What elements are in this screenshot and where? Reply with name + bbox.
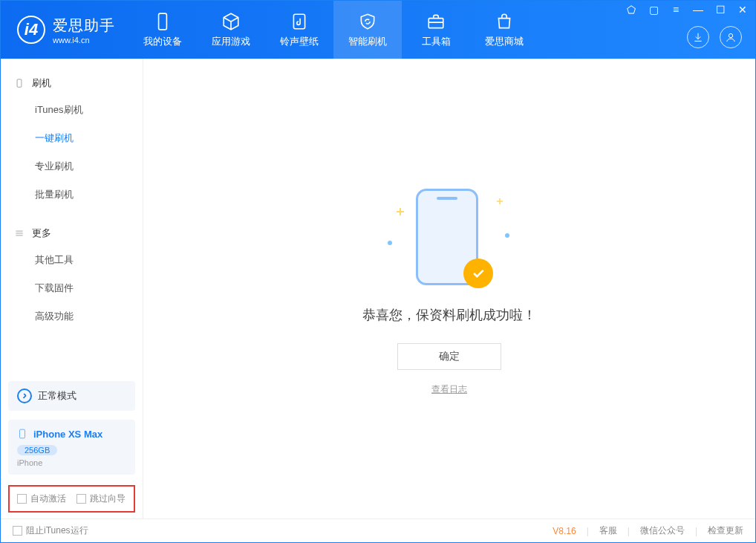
device-info-card[interactable]: iPhone XS Max 256GB iPhone xyxy=(8,420,135,475)
mode-icon xyxy=(17,388,32,403)
success-check-icon xyxy=(463,259,493,288)
device-storage: 256GB xyxy=(17,445,57,455)
phone-small-icon xyxy=(17,427,27,440)
sidebar: 刷机 iTunes刷机 一键刷机 专业刷机 批量刷机 更多 其他工具 下载固件 … xyxy=(1,59,143,518)
header: i4 爱思助手 www.i4.cn 我的设备 应用游戏 铃声壁纸 智能刷机 工具… xyxy=(1,1,755,59)
user-button[interactable] xyxy=(720,26,742,48)
success-illustration xyxy=(401,181,498,293)
auto-activate-checkbox[interactable]: 自动激活 xyxy=(17,492,66,505)
svg-rect-0 xyxy=(159,13,167,30)
sidebar-group-flash: 刷机 iTunes刷机 一键刷机 专业刷机 批量刷机 xyxy=(1,59,143,209)
device-icon xyxy=(14,78,25,88)
app-logo: i4 爱思助手 www.i4.cn xyxy=(1,16,128,45)
sidebar-item-other[interactable]: 其他工具 xyxy=(1,246,143,274)
tab-apps[interactable]: 应用游戏 xyxy=(197,1,265,59)
note-icon[interactable]: ▢ xyxy=(647,4,660,16)
app-window: i4 爱思助手 www.i4.cn 我的设备 应用游戏 铃声壁纸 智能刷机 工具… xyxy=(0,0,756,543)
device-name: iPhone XS Max xyxy=(33,429,102,440)
skip-guide-checkbox[interactable]: 跳过向导 xyxy=(76,492,126,505)
sidebar-group-more: 更多 其他工具 下载固件 高级功能 xyxy=(1,209,143,331)
svg-rect-4 xyxy=(17,79,22,88)
tshirt-icon[interactable]: ⬠ xyxy=(625,4,638,16)
app-site: www.i4.cn xyxy=(53,36,115,45)
phone-icon xyxy=(152,11,173,32)
svg-rect-5 xyxy=(20,429,25,438)
download-button[interactable] xyxy=(687,26,709,48)
sidebar-head-more: 更多 xyxy=(1,221,143,246)
sidebar-item-batch[interactable]: 批量刷机 xyxy=(1,181,143,209)
list-icon xyxy=(14,228,25,238)
menu-icon[interactable]: ≡ xyxy=(669,4,682,16)
shield-refresh-icon xyxy=(357,11,378,32)
main-tabs: 我的设备 应用游戏 铃声壁纸 智能刷机 工具箱 爱思商城 xyxy=(128,1,538,59)
sidebar-item-firmware[interactable]: 下载固件 xyxy=(1,274,143,302)
device-mode-card[interactable]: 正常模式 xyxy=(8,381,135,411)
tab-toolbox[interactable]: 工具箱 xyxy=(402,1,470,59)
tab-my-device[interactable]: 我的设备 xyxy=(128,1,197,59)
minimize-button[interactable]: — xyxy=(691,4,705,16)
svg-point-3 xyxy=(729,33,732,37)
device-mode: 正常模式 xyxy=(38,389,76,403)
sidebar-item-itunes[interactable]: iTunes刷机 xyxy=(1,96,143,124)
check-update-link[interactable]: 检查更新 xyxy=(708,524,743,537)
version-label: V8.16 xyxy=(553,526,576,536)
footer: 阻止iTunes运行 V8.16 | 客服 | 微信公众号 | 检查更新 xyxy=(1,518,755,542)
sidebar-item-oneclick[interactable]: 一键刷机 xyxy=(1,124,143,152)
ok-button[interactable]: 确定 xyxy=(397,343,501,370)
logo-icon: i4 xyxy=(17,16,45,44)
wechat-link[interactable]: 微信公众号 xyxy=(640,524,685,537)
svg-rect-2 xyxy=(428,19,443,28)
close-button[interactable]: ✕ xyxy=(736,4,749,16)
svg-rect-1 xyxy=(293,14,304,29)
tab-flash[interactable]: 智能刷机 xyxy=(333,1,402,59)
titlebar-controls: ⬠ ▢ ≡ — ☐ ✕ xyxy=(625,4,749,16)
sidebar-head-flash: 刷机 xyxy=(1,71,143,96)
block-itunes-checkbox[interactable]: 阻止iTunes运行 xyxy=(13,524,88,537)
cube-icon xyxy=(221,11,241,32)
app-name: 爱思助手 xyxy=(53,16,115,36)
device-type: iPhone xyxy=(17,458,126,467)
success-message: 恭喜您，保资料刷机成功啦！ xyxy=(362,306,536,324)
tab-ringtone[interactable]: 铃声壁纸 xyxy=(265,1,333,59)
header-right xyxy=(687,26,742,48)
maximize-button[interactable]: ☐ xyxy=(714,4,727,16)
briefcase-icon xyxy=(426,11,446,32)
tab-store[interactable]: 爱思商城 xyxy=(470,1,538,59)
sidebar-item-advanced[interactable]: 高级功能 xyxy=(1,302,143,331)
main-content: 恭喜您，保资料刷机成功啦！ 确定 查看日志 xyxy=(143,59,755,518)
customer-service-link[interactable]: 客服 xyxy=(599,524,617,537)
body: 刷机 iTunes刷机 一键刷机 专业刷机 批量刷机 更多 其他工具 下载固件 … xyxy=(1,59,755,518)
view-log-link[interactable]: 查看日志 xyxy=(431,383,467,396)
activation-options: 自动激活 跳过向导 xyxy=(8,485,135,513)
bag-icon xyxy=(494,11,515,32)
music-file-icon xyxy=(289,11,310,32)
sidebar-item-pro[interactable]: 专业刷机 xyxy=(1,152,143,181)
